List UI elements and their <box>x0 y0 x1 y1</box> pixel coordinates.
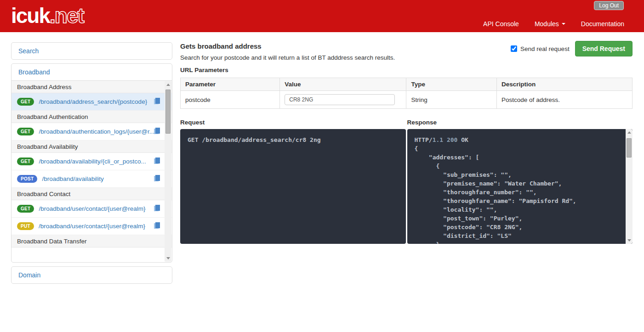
column-header-parameter: Parameter <box>181 78 280 91</box>
endpoint-availability-get[interactable]: GET /broadband/availability/{cli_or_post… <box>11 153 172 170</box>
endpoint-address-search[interactable]: GET /broadband/address_search/{postcode} <box>11 93 172 111</box>
endpoint-link[interactable]: /broadband/availability/{cli_or_postco..… <box>39 158 146 165</box>
endpoint-user-contact-put[interactable]: PUT /broadband/user/contact/{user@realm} <box>11 218 172 235</box>
endpoint-availability-post[interactable]: POST /broadband/availability <box>11 170 172 188</box>
endpoint-user-contact-get[interactable]: GET /broadband/user/contact/{user@realm} <box>11 200 172 218</box>
method-badge-get: GET <box>17 128 34 135</box>
response-json-line: "thoroughfare_number": "", <box>415 188 626 197</box>
table-header-row: Parameter Value Type Description <box>181 78 633 91</box>
endpoint-authentication-logs[interactable]: GET /broadband/authentication_logs/{user… <box>11 123 172 141</box>
nav-api-console-label: API Console <box>483 20 519 28</box>
send-real-request-checkbox[interactable] <box>511 45 517 52</box>
nav-api-console[interactable]: API Console <box>483 20 519 28</box>
request-label: Request <box>180 119 406 126</box>
group-broadband-contact: Broadband Contact <box>11 188 172 200</box>
nav-documentation[interactable]: Documentation <box>581 20 624 28</box>
copy-icon[interactable] <box>154 128 160 136</box>
scroll-down-icon[interactable] <box>626 237 633 244</box>
method-badge-get: GET <box>17 205 34 213</box>
response-code-panel: HTTP/1.1 200 OK { "addresses": [ { "sub_… <box>407 129 633 244</box>
postcode-input[interactable] <box>285 94 395 105</box>
search-panel: Search <box>11 42 172 60</box>
nav-modules-dropdown[interactable]: Modules <box>535 20 565 28</box>
domain-panel: Domain <box>11 266 172 284</box>
search-panel-header[interactable]: Search <box>11 43 172 59</box>
response-json-line: "sub_premises": "", <box>415 170 626 179</box>
group-broadband-availability: Broadband Availability <box>11 141 172 153</box>
response-json-line: "premises_name": "Water Chamber", <box>415 179 626 188</box>
caret-down-icon <box>562 23 565 25</box>
column-header-type: Type <box>406 78 497 91</box>
app-header: icuk.net Log Out API Console Modules Doc… <box>0 0 644 32</box>
response-json-line: } <box>415 240 626 244</box>
scrollbar-thumb[interactable] <box>165 90 171 134</box>
column-header-value: Value <box>280 78 406 91</box>
copy-icon[interactable] <box>154 98 160 106</box>
broadband-panel-header[interactable]: Broadband <box>11 64 172 80</box>
nav-modules-label: Modules <box>535 20 559 28</box>
copy-icon[interactable] <box>154 205 160 213</box>
request-line: GET /broadband/address_search/cr8 2ng <box>188 135 399 144</box>
param-value-cell <box>280 91 406 109</box>
param-description-cell: Postcode of address. <box>497 91 633 109</box>
url-parameters-table: Parameter Value Type Description postcod… <box>180 78 633 109</box>
send-real-request-label: Send real request <box>520 45 570 52</box>
scrollbar-thumb[interactable] <box>627 138 632 158</box>
method-badge-put: PUT <box>17 222 34 230</box>
main-content: Send real request Send Request Gets broa… <box>180 42 633 244</box>
group-broadband-address: Broadband Address <box>11 81 172 93</box>
response-json-line: "locality": "", <box>415 205 626 214</box>
endpoint-link[interactable]: /broadband/user/contact/{user@realm} <box>39 223 145 230</box>
request-code-panel: GET /broadband/address_search/cr8 2ng <box>180 129 406 244</box>
table-row: postcode String Postcode of address. <box>181 91 633 109</box>
scroll-up-icon[interactable] <box>165 81 171 88</box>
response-json-line: "post_town": "Purley", <box>415 214 626 223</box>
param-name-cell: postcode <box>181 91 280 109</box>
send-real-request-option[interactable]: Send real request <box>511 45 570 52</box>
icuk-logo: icuk.net <box>11 2 84 29</box>
response-json-line: "thoroughfare_name": "Pampisford Rd", <box>415 197 626 205</box>
domain-panel-header[interactable]: Domain <box>11 267 172 283</box>
response-status-line: HTTP/1.1 200 OK <box>415 135 626 144</box>
sidebar: Search Broadband Broadband Address GET /… <box>11 42 172 287</box>
sidebar-scrollbar[interactable] <box>165 81 171 262</box>
response-column: Response HTTP/1.1 200 OK { "addresses": … <box>407 119 633 244</box>
request-controls: Send real request Send Request <box>511 41 633 56</box>
method-badge-get: GET <box>17 158 34 165</box>
scroll-up-icon[interactable] <box>626 129 633 136</box>
logo-text-outline: .net <box>50 4 84 28</box>
logout-button[interactable]: Log Out <box>594 1 624 10</box>
method-badge-post: POST <box>17 175 37 183</box>
response-json-line: { <box>415 144 626 153</box>
send-request-button[interactable]: Send Request <box>575 41 633 56</box>
method-badge-get: GET <box>17 98 34 106</box>
copy-icon[interactable] <box>154 222 160 231</box>
url-parameters-heading: URL Parameters <box>180 67 633 73</box>
response-json-line: "addresses": [ <box>415 153 626 162</box>
param-type-cell: String <box>406 91 497 109</box>
response-json-line: "postcode": "CR8 2NG", <box>415 223 626 231</box>
group-broadband-authentication: Broadband Authentication <box>11 111 172 123</box>
scroll-down-icon[interactable] <box>165 255 171 262</box>
top-navigation: API Console Modules Documentation <box>483 20 624 28</box>
request-column: Request GET /broadband/address_search/cr… <box>180 119 406 244</box>
copy-icon[interactable] <box>154 158 160 166</box>
broadband-panel: Broadband Broadband Address GET /broadba… <box>11 63 172 263</box>
response-json-line: "district_id": "LS" <box>415 231 626 240</box>
copy-icon[interactable] <box>154 175 160 183</box>
response-json-line: { <box>415 162 626 170</box>
group-broadband-data-transfer: Broadband Data Transfer <box>11 235 172 248</box>
endpoint-list: Broadband Address GET /broadband/address… <box>11 80 172 262</box>
endpoint-link[interactable]: /broadband/availability <box>42 175 103 182</box>
nav-documentation-label: Documentation <box>581 20 624 28</box>
response-label: Response <box>407 119 633 126</box>
endpoint-link[interactable]: /broadband/authentication_logs/{user@r..… <box>39 128 154 135</box>
request-response-panels: Request GET /broadband/address_search/cr… <box>180 119 633 244</box>
column-header-description: Description <box>497 78 633 91</box>
endpoint-link[interactable]: /broadband/address_search/{postcode} <box>39 98 147 105</box>
endpoint-link[interactable]: /broadband/user/contact/{user@realm} <box>39 205 145 212</box>
logo-text-solid: icuk <box>11 4 50 28</box>
response-scrollbar[interactable] <box>626 129 633 244</box>
